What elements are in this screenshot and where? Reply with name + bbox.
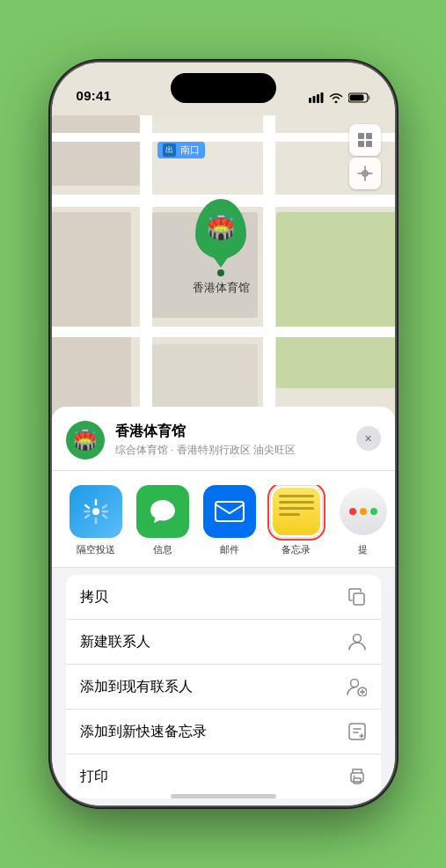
more-icon-wrap	[337, 485, 390, 538]
location-marker: 🏟️ 香港体育馆	[193, 199, 250, 296]
dynamic-island	[171, 73, 276, 103]
svg-rect-8	[366, 133, 372, 139]
svg-rect-20	[354, 778, 361, 783]
sheet-info: 香港体育馆 综合体育馆 · 香港特别行政区 油尖旺区	[115, 423, 296, 458]
svg-rect-14	[354, 593, 364, 605]
status-icons	[309, 92, 370, 103]
sheet-header: 🏟️ 香港体育馆 综合体育馆 · 香港特别行政区 油尖旺区 ×	[52, 407, 395, 471]
marker-pin: 🏟️	[195, 199, 246, 259]
sheet-title: 香港体育馆	[115, 423, 296, 441]
action-copy[interactable]: 拷贝	[66, 575, 381, 620]
share-apps-row: 隔空投送 信息	[52, 471, 395, 568]
action-rows: 拷贝 新建联系人	[66, 575, 381, 798]
airdrop-label: 隔空投送	[77, 543, 115, 556]
entrance-label-text: 南口	[180, 143, 200, 157]
action-new-contact[interactable]: 新建联系人	[66, 620, 381, 665]
svg-rect-10	[366, 141, 372, 147]
print-icon	[347, 767, 367, 786]
phone-frame: 09:41	[52, 63, 395, 805]
mail-label: 邮件	[220, 543, 239, 556]
app-item-mail[interactable]: 邮件	[200, 485, 260, 556]
stadium-icon: 🏟️	[207, 214, 235, 241]
close-icon: ×	[364, 431, 371, 445]
messages-icon	[136, 485, 189, 538]
svg-rect-1	[312, 96, 315, 103]
print-label: 打印	[80, 768, 108, 786]
notes-icon-wrap	[270, 485, 323, 538]
svg-rect-19	[351, 773, 363, 782]
copy-icon	[347, 587, 367, 607]
map-type-button[interactable]	[349, 124, 381, 156]
notes-icon	[273, 488, 320, 535]
svg-point-21	[353, 776, 355, 777]
phone-screen: 09:41	[52, 63, 395, 805]
add-note-label: 添加到新快速备忘录	[80, 723, 207, 741]
map-controls	[349, 124, 381, 189]
more-icon	[340, 488, 387, 535]
svg-rect-18	[349, 724, 365, 739]
sheet-close-button[interactable]: ×	[356, 426, 381, 451]
copy-label: 拷贝	[80, 588, 108, 607]
app-item-messages[interactable]: 信息	[133, 485, 193, 556]
action-print[interactable]: 打印	[66, 754, 381, 798]
svg-rect-9	[358, 141, 364, 147]
svg-rect-2	[317, 94, 319, 103]
svg-rect-7	[358, 133, 364, 139]
svg-rect-5	[368, 96, 369, 100]
dot-red	[349, 508, 356, 515]
more-label: 提	[358, 543, 368, 556]
new-contact-label: 新建联系人	[80, 633, 150, 651]
dot-green	[370, 508, 377, 515]
add-existing-label: 添加到现有联系人	[80, 678, 193, 696]
action-add-note[interactable]: 添加到新快速备忘录	[66, 710, 381, 754]
marker-label-text: 香港体育馆	[193, 280, 250, 296]
svg-point-16	[350, 680, 358, 688]
app-item-notes[interactable]: 备忘录	[267, 485, 326, 556]
venue-icon: 🏟️	[66, 421, 105, 460]
airdrop-icon	[69, 485, 122, 538]
app-item-more[interactable]: 提	[333, 485, 393, 556]
svg-point-12	[92, 508, 99, 515]
dot-yellow	[360, 508, 367, 515]
svg-rect-6	[349, 95, 363, 101]
svg-rect-3	[320, 92, 323, 103]
app-item-airdrop[interactable]: 隔空投送	[66, 485, 126, 556]
bottom-sheet: 🏟️ 香港体育馆 综合体育馆 · 香港特别行政区 油尖旺区 ×	[52, 407, 395, 805]
messages-label: 信息	[153, 543, 172, 556]
battery-icon	[348, 92, 370, 103]
home-indicator	[171, 794, 276, 798]
map-entrance-label: 出 南口	[157, 142, 205, 158]
map-area[interactable]: 出 南口	[52, 63, 395, 432]
person-add-icon	[347, 632, 367, 651]
action-add-existing[interactable]: 添加到现有联系人	[66, 665, 381, 710]
svg-rect-0	[309, 98, 311, 103]
marker-dot	[217, 269, 224, 276]
svg-rect-13	[216, 502, 244, 521]
notes-label: 备忘录	[281, 543, 311, 556]
note-add-icon	[347, 722, 367, 741]
wifi-icon	[329, 92, 343, 103]
signal-icon	[309, 92, 324, 103]
sheet-subtitle: 综合体育馆 · 香港特别行政区 油尖旺区	[115, 443, 296, 458]
svg-point-15	[353, 635, 361, 643]
apps-scroll: 隔空投送 信息	[52, 485, 395, 556]
location-button[interactable]	[349, 158, 381, 189]
mail-icon	[203, 485, 256, 538]
person-badge-plus-icon	[346, 677, 367, 696]
status-time: 09:41	[77, 88, 112, 103]
